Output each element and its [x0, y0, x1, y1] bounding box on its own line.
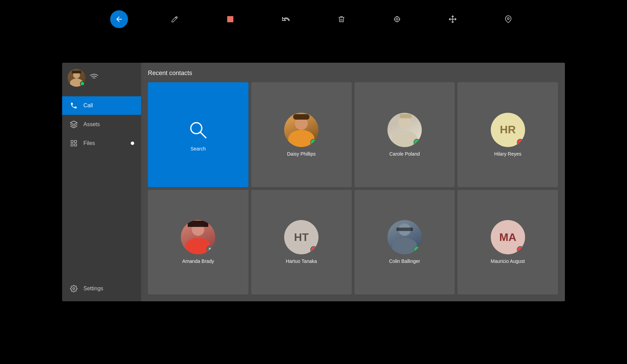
target-button[interactable] — [388, 10, 406, 28]
svg-line-15 — [200, 132, 206, 138]
toolbar — [0, 0, 627, 35]
square-button[interactable] — [221, 10, 239, 28]
amanda-name: Amanda Brady — [182, 258, 214, 264]
contact-card-carole[interactable]: Carole Poland — [355, 82, 455, 187]
contact-card-hilary[interactable]: HR Hilary Reyes — [457, 82, 558, 187]
hilary-status — [517, 139, 524, 146]
svg-rect-11 — [71, 144, 73, 146]
user-status-dot — [80, 81, 85, 86]
svg-rect-0 — [227, 16, 233, 22]
colin-name: Colin Ballinger — [389, 258, 420, 264]
main-panel: Recent contacts Search — [141, 63, 565, 301]
daisy-status — [310, 139, 317, 146]
hartuo-avatar: HT — [284, 220, 318, 254]
settings-label: Settings — [83, 286, 103, 292]
colin-avatar — [387, 220, 422, 254]
svg-point-1 — [396, 18, 398, 20]
hartuo-name: Hartuo Tanaka — [286, 258, 317, 264]
files-label: Files — [83, 140, 95, 146]
mauricio-name: Mauricio August — [491, 258, 525, 264]
contacts-grid: Search Daisy Phillips — [148, 82, 558, 294]
trash-button[interactable] — [333, 10, 350, 28]
wifi-icon — [90, 72, 98, 83]
pen-button[interactable] — [166, 10, 184, 28]
contact-card-mauricio[interactable]: MA Mauricio August — [457, 190, 558, 295]
app-container: Call Assets — [0, 0, 627, 364]
hartuo-status — [310, 246, 317, 253]
files-icon — [69, 139, 79, 147]
contact-card-amanda[interactable]: ✕ Amanda Brady — [148, 190, 248, 295]
section-title: Recent contacts — [148, 70, 558, 77]
mauricio-avatar: MA — [491, 220, 525, 254]
svg-point-7 — [507, 17, 509, 20]
search-label: Search — [190, 146, 206, 151]
svg-point-2 — [394, 17, 399, 22]
search-contact-card[interactable]: Search — [148, 82, 248, 187]
svg-rect-9 — [71, 141, 73, 143]
sidebar-item-settings[interactable]: Settings — [62, 279, 141, 298]
main-content: Call Assets — [62, 63, 565, 301]
hartuo-initials: HT — [294, 231, 309, 244]
contact-card-colin[interactable]: Colin Ballinger — [355, 190, 455, 295]
mauricio-initials: MA — [499, 231, 516, 244]
daisy-avatar — [284, 113, 318, 147]
svg-point-13 — [73, 288, 75, 290]
back-button[interactable] — [110, 10, 128, 28]
carole-name: Carole Poland — [390, 151, 420, 157]
user-avatar-wrapper — [68, 69, 85, 87]
sidebar-item-call[interactable]: Call — [62, 96, 141, 115]
carole-avatar — [387, 113, 422, 147]
amanda-avatar: ✕ — [181, 220, 215, 254]
sidebar-header — [62, 63, 141, 93]
assets-icon — [69, 120, 79, 129]
files-notification-dot — [131, 142, 134, 145]
daisy-name: Daisy Phillips — [287, 151, 316, 157]
search-icon-large — [186, 118, 210, 142]
amanda-status: ✕ — [206, 245, 213, 252]
svg-rect-10 — [74, 141, 77, 143]
mauricio-status — [517, 246, 524, 253]
hilary-initials: HR — [500, 123, 516, 136]
sidebar-item-assets[interactable]: Assets — [62, 115, 141, 134]
contact-card-hartuo[interactable]: HT Hartuo Tanaka — [251, 190, 352, 295]
contact-card-daisy[interactable]: Daisy Phillips — [251, 82, 352, 187]
hilary-avatar: HR — [491, 113, 525, 147]
sidebar: Call Assets — [62, 63, 141, 301]
sidebar-bottom: Settings — [62, 153, 141, 301]
pin-button[interactable] — [499, 10, 517, 28]
sidebar-item-files[interactable]: Files — [62, 134, 141, 153]
call-icon — [69, 102, 79, 109]
call-label: Call — [83, 102, 93, 109]
undo-button[interactable] — [277, 10, 295, 28]
nav-items: Call Assets — [62, 96, 141, 153]
settings-icon — [69, 285, 79, 292]
colin-status — [414, 246, 420, 253]
svg-rect-12 — [74, 144, 77, 146]
move-button[interactable] — [444, 10, 462, 28]
carole-status — [414, 139, 420, 146]
hilary-name: Hilary Reyes — [494, 151, 521, 157]
assets-label: Assets — [83, 121, 100, 128]
